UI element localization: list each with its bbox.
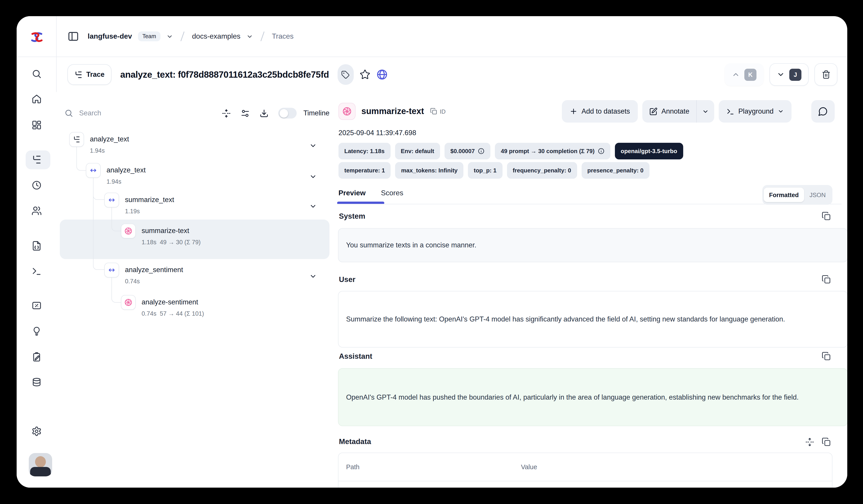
span-node-icon [104, 263, 119, 277]
breadcrumb-separator [259, 30, 266, 42]
generation-node-icon [121, 224, 136, 238]
metric-badges: Latency: 1.18s Env: default $0.00007 49 … [338, 143, 683, 159]
sidebar-item-home[interactable] [17, 94, 56, 104]
screenshot-stage: langfuse-dev Team docs-examples Traces T… [0, 0, 863, 504]
sidebar-item-dashboards[interactable] [17, 120, 56, 130]
observation-header: summarize-text ID Add to datasets Annota… [338, 100, 835, 122]
tree-row-generation[interactable]: analyze-sentiment0.74s 57 → 44 (Σ 101) [121, 297, 204, 318]
sidebar-item-sessions[interactable] [17, 180, 56, 190]
playground-button[interactable]: Playground [718, 100, 791, 122]
copy-system-button[interactable] [822, 211, 831, 221]
next-observation-button[interactable]: J [770, 63, 809, 86]
copy-user-button[interactable] [822, 275, 831, 284]
sliders-icon [240, 108, 250, 118]
download-button[interactable] [259, 108, 269, 118]
add-to-datasets-button[interactable]: Add to datasets [562, 100, 638, 122]
project-type-badge: Team [138, 31, 161, 41]
breadcrumb-separator [179, 30, 186, 42]
sidebar-item-annotation[interactable] [17, 352, 56, 362]
timeline-toggle[interactable] [278, 108, 297, 118]
collapse-chevron[interactable] [309, 142, 317, 150]
prev-observation-button[interactable]: K [725, 63, 764, 86]
tags-button[interactable] [338, 64, 354, 85]
tree-row-span[interactable]: analyze_sentiment0.74s [104, 265, 183, 286]
tree-search[interactable] [64, 109, 212, 118]
clipboard-pen-icon [31, 352, 41, 362]
chevron-down-icon [777, 70, 785, 79]
chat-bubble-icon [818, 106, 828, 116]
user-message-box: Summarize the following text: OpenAI's G… [338, 291, 847, 348]
sidebar-item-insights[interactable] [17, 326, 56, 336]
section-label-metadata: Metadata [339, 437, 371, 446]
copy-id[interactable]: ID [430, 108, 446, 115]
model-badge[interactable]: openai/gpt-3.5-turbo [615, 143, 683, 159]
public-share-button[interactable] [376, 69, 388, 80]
tree-settings-button[interactable] [240, 108, 250, 118]
collapse-chevron[interactable] [309, 173, 317, 181]
format-json-option[interactable]: JSON [804, 192, 831, 198]
search-icon [64, 109, 73, 118]
search-input[interactable] [78, 109, 134, 118]
sidebar-item-playground[interactable] [17, 266, 56, 276]
chevron-up-icon [732, 70, 740, 79]
tree-row-generation-selected[interactable]: summarize-text1.18s 49 → 30 (Σ 79) [121, 226, 201, 247]
expand-metadata-button[interactable] [805, 437, 814, 447]
metadata-actions [805, 437, 831, 447]
collapse-chevron[interactable] [309, 273, 317, 280]
cost-badge[interactable]: $0.00007 [445, 143, 490, 159]
breadcrumb-section[interactable]: Traces [272, 32, 294, 40]
sidebar-item-scores[interactable] [17, 300, 56, 311]
breadcrumb-environment[interactable]: docs-examples [192, 32, 240, 40]
sidebar-item-tracing[interactable] [17, 154, 56, 165]
tree-row-trace[interactable]: analyze_text1.94s [69, 134, 129, 155]
metadata-table: Path Value [338, 453, 833, 488]
observation-timestamp: 2025-09-04 11:39:47.698 [338, 129, 416, 137]
tab-preview[interactable]: Preview [338, 189, 366, 197]
trace-type-badge: Trace [67, 64, 111, 85]
breadcrumb-project[interactable]: langfuse-dev [88, 32, 132, 40]
assistant-message-box: OpenAI's GPT-4 model has pushed the boun… [338, 368, 847, 426]
tree-row-span[interactable]: analyze_text1.94s [86, 165, 146, 186]
search-icon [31, 69, 41, 79]
span-node-icon [104, 193, 119, 207]
delete-trace-button[interactable] [814, 63, 837, 86]
bookmark-star-button[interactable] [360, 69, 371, 80]
collapse-all-button[interactable] [222, 108, 231, 118]
annotate-button[interactable]: Annotate [642, 100, 696, 122]
globe-icon [376, 69, 388, 80]
annotate-dropdown-button[interactable] [697, 100, 714, 122]
sidebar-item-search[interactable] [17, 69, 56, 79]
avatar-head [35, 456, 46, 467]
copy-metadata-button[interactable] [822, 437, 831, 447]
sidebar-item-prompts[interactable] [17, 241, 56, 251]
chevron-down-icon [778, 108, 784, 115]
panel-left-icon [67, 30, 79, 42]
chevron-down-icon[interactable] [166, 33, 173, 40]
collapse-chevron[interactable] [309, 203, 317, 210]
tree-row-span[interactable]: summarize_text1.19s [104, 195, 174, 216]
user-avatar[interactable] [29, 453, 52, 476]
breadcrumb: langfuse-dev Team docs-examples Traces [56, 16, 847, 56]
comments-button[interactable] [811, 100, 835, 122]
tab-scores[interactable]: Scores [381, 189, 403, 197]
sidebar-toggle-button[interactable] [67, 30, 79, 42]
toggle-knob [279, 109, 288, 117]
sidebar-item-settings[interactable] [17, 426, 56, 437]
frequency-penalty-badge: frequency_penalty: 0 [507, 162, 577, 179]
sidebar-item-users[interactable] [17, 206, 56, 216]
sidebar-item-datasets[interactable] [17, 377, 56, 387]
shortcut-key-j: J [789, 68, 801, 81]
tag-icon [341, 70, 350, 79]
observation-title: summarize-text [361, 106, 424, 116]
copy-icon [822, 351, 831, 361]
format-formatted-option[interactable]: Formatted [764, 188, 804, 202]
list-tree-icon [31, 154, 41, 165]
copy-assistant-button[interactable] [822, 351, 831, 361]
tokens-badge[interactable]: 49 prompt → 30 completion (Σ 79) [495, 143, 610, 159]
tree-toolbar: Timeline [64, 103, 329, 123]
trash-icon [822, 70, 830, 79]
copy-icon [822, 437, 831, 447]
metadata-col-value: Value [521, 463, 537, 470]
clock-icon [31, 180, 41, 190]
chevron-down-icon[interactable] [246, 33, 253, 40]
